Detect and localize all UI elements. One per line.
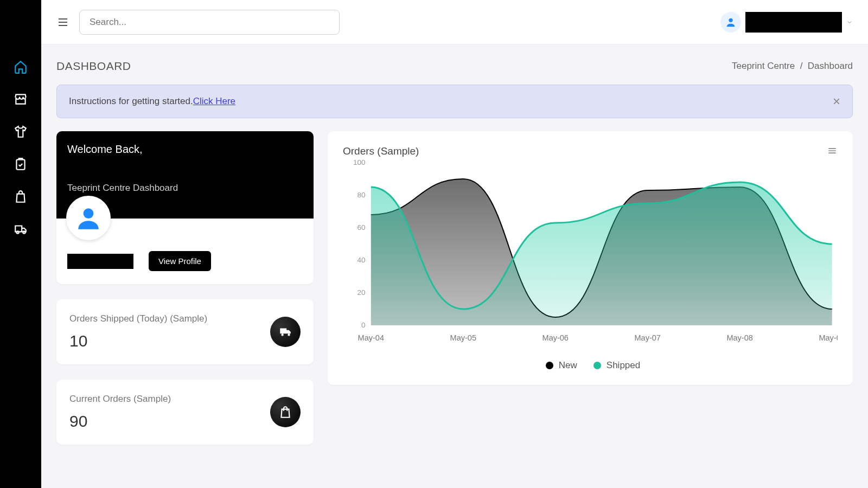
welcome-subtitle: Teeprint Centre Dashboard bbox=[67, 183, 303, 194]
shopping-bag-icon bbox=[14, 190, 28, 204]
svg-point-2 bbox=[84, 208, 94, 219]
hamburger-icon bbox=[827, 145, 838, 156]
svg-text:0: 0 bbox=[361, 321, 365, 329]
chart-card: Orders (Sample) 020406080100May-04May-05… bbox=[328, 131, 853, 385]
svg-rect-0 bbox=[16, 159, 24, 169]
chart-title: Orders (Sample) bbox=[343, 145, 419, 157]
main-content: DASHBOARD Teeprint Centre / Dashboard In… bbox=[41, 44, 868, 488]
page-title: DASHBOARD bbox=[56, 60, 131, 73]
user-icon bbox=[725, 16, 737, 28]
topbar bbox=[41, 0, 868, 44]
stat-value: 90 bbox=[69, 412, 171, 431]
legend-item[interactable]: Shipped bbox=[588, 360, 640, 371]
shopping-bag-icon bbox=[278, 405, 292, 419]
svg-text:80: 80 bbox=[357, 191, 365, 199]
svg-point-1 bbox=[729, 18, 732, 22]
svg-text:May-04: May-04 bbox=[358, 333, 384, 342]
breadcrumb-current: Dashboard bbox=[808, 61, 853, 71]
search-input[interactable] bbox=[79, 10, 340, 35]
stat-label: Current Orders (Sample) bbox=[69, 394, 171, 404]
sidebar-item-store[interactable] bbox=[14, 92, 28, 106]
svg-text:40: 40 bbox=[357, 256, 365, 264]
alert-banner: Instructions for getting started. Click … bbox=[56, 85, 853, 118]
alert-link[interactable]: Click Here bbox=[193, 96, 235, 107]
truck-icon bbox=[14, 222, 28, 236]
chevron-down-icon bbox=[846, 19, 853, 25]
chart-plot: 020406080100May-04May-05May-06May-07May-… bbox=[343, 157, 838, 352]
svg-text:100: 100 bbox=[353, 158, 365, 166]
stat-icon-wrap bbox=[270, 317, 301, 347]
user-menu[interactable] bbox=[720, 12, 853, 33]
stat-value: 10 bbox=[69, 332, 207, 350]
sidebar-item-shipping[interactable] bbox=[14, 222, 28, 236]
svg-text:May-05: May-05 bbox=[450, 333, 476, 342]
avatar bbox=[720, 12, 741, 33]
menu-toggle[interactable] bbox=[56, 16, 69, 29]
stat-label: Orders Shipped (Today) (Sample) bbox=[69, 313, 207, 324]
clipboard-check-icon bbox=[14, 157, 28, 171]
legend-item[interactable]: New bbox=[540, 360, 577, 371]
stat-icon-wrap bbox=[270, 397, 301, 427]
shirt-icon bbox=[14, 125, 28, 139]
sidebar-item-home[interactable] bbox=[14, 60, 28, 74]
sidebar-item-tasks[interactable] bbox=[14, 157, 28, 171]
svg-text:May-08: May-08 bbox=[726, 333, 752, 342]
alert-close[interactable]: × bbox=[833, 95, 840, 108]
view-profile-button[interactable]: View Profile bbox=[149, 251, 211, 271]
alert-text: Instructions for getting started. bbox=[69, 96, 193, 107]
svg-text:20: 20 bbox=[357, 288, 365, 297]
sidebar-item-orders[interactable] bbox=[14, 190, 28, 204]
user-name-redacted bbox=[745, 12, 842, 33]
svg-text:May-07: May-07 bbox=[635, 333, 661, 342]
chart-menu-button[interactable] bbox=[827, 145, 838, 156]
svg-text:May-06: May-06 bbox=[542, 333, 569, 342]
welcome-title: Welcome Back, bbox=[67, 143, 303, 156]
svg-text:60: 60 bbox=[357, 223, 365, 232]
chart-legend: NewShipped bbox=[343, 360, 838, 371]
truck-icon bbox=[278, 325, 292, 339]
profile-avatar bbox=[66, 196, 111, 240]
sidebar bbox=[0, 0, 41, 488]
home-icon bbox=[14, 60, 28, 74]
welcome-card: Welcome Back, Teeprint Centre Dashboard … bbox=[56, 131, 314, 284]
stat-card-shipped: Orders Shipped (Today) (Sample) 10 bbox=[56, 299, 314, 364]
sidebar-item-products[interactable] bbox=[14, 125, 28, 139]
store-icon bbox=[14, 92, 28, 106]
profile-name-redacted bbox=[67, 254, 133, 269]
breadcrumb: Teeprint Centre / Dashboard bbox=[732, 61, 853, 72]
stat-card-current: Current Orders (Sample) 90 bbox=[56, 380, 314, 445]
hamburger-icon bbox=[56, 16, 69, 29]
breadcrumb-root[interactable]: Teeprint Centre bbox=[732, 61, 795, 71]
user-icon bbox=[75, 204, 102, 232]
svg-text:May-09: May-09 bbox=[819, 333, 838, 342]
